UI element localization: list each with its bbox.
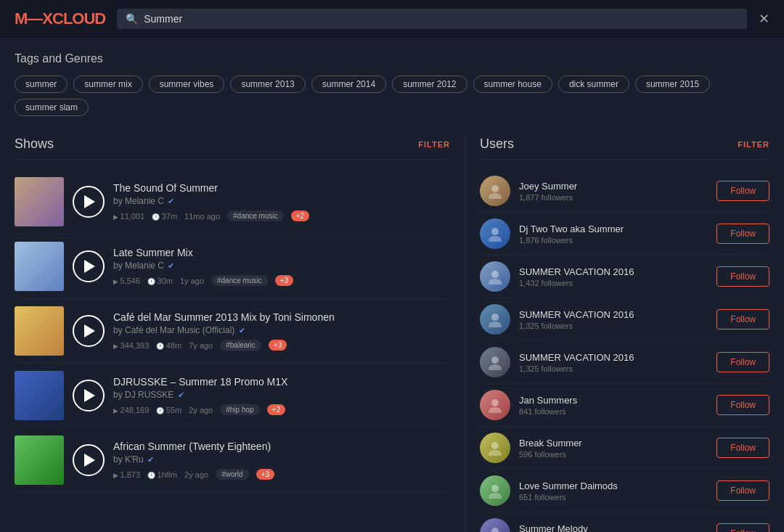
tag-item[interactable]: summer (15, 75, 68, 93)
tag-item[interactable]: summer 2013 (230, 75, 305, 93)
person-icon (487, 183, 503, 199)
play-button[interactable] (73, 250, 105, 282)
svg-point-13 (489, 450, 502, 456)
tag-item[interactable]: summer 2014 (311, 75, 386, 93)
user-item: Love Summer Daimods 651 followers Follow (480, 470, 769, 512)
svg-point-11 (489, 407, 502, 413)
search-bar: 🔍 (117, 9, 747, 29)
svg-point-15 (489, 493, 502, 499)
show-duration: 48m (156, 341, 181, 350)
show-plays: 248,169 (113, 406, 149, 414)
show-title: Late Summer Mix (113, 247, 450, 258)
play-button[interactable] (73, 315, 105, 347)
show-more-tags[interactable]: +3 (256, 469, 274, 480)
play-button[interactable] (73, 186, 105, 218)
tag-item[interactable]: summer 2012 (392, 75, 467, 93)
show-info: The Sound Of Summer by Melanie C ✔ 11,00… (113, 182, 450, 221)
follow-button[interactable]: Follow (716, 395, 769, 415)
play-icon (84, 324, 95, 337)
user-info: SUMMER VACATION 2016 1,432 followers (519, 266, 708, 287)
search-input[interactable] (144, 13, 738, 25)
users-column: Users FILTER Joey Summer 1,877 followers… (465, 136, 769, 532)
shows-filter-button[interactable]: FILTER (418, 140, 450, 149)
svg-point-5 (489, 279, 502, 285)
follow-button[interactable]: Follow (716, 266, 769, 287)
avatar (480, 518, 510, 532)
show-item: Late Summer Mix by Melanie C ✔ 5,546 30m… (15, 234, 450, 299)
show-item: The Sound Of Summer by Melanie C ✔ 11,00… (15, 170, 450, 234)
show-duration: 1h8m (147, 470, 177, 479)
play-icon (84, 454, 95, 467)
show-info: African Summer (Twenty Eighteen) by K'Ru… (113, 441, 450, 480)
svg-point-12 (491, 442, 499, 449)
show-duration: 55m (156, 406, 181, 414)
avatar (480, 176, 510, 206)
show-more-tags[interactable]: +3 (275, 275, 293, 286)
user-item: Break Summer 596 followers Follow (480, 427, 769, 470)
user-name: SUMMER VACATION 2016 (519, 352, 708, 363)
show-time-ago: 11mo ago (184, 212, 220, 221)
avatar (480, 475, 510, 506)
user-item: Summer Melody 491 followers Follow (480, 512, 769, 532)
show-duration: 30m (147, 277, 173, 285)
user-followers: 596 followers (519, 450, 708, 459)
verified-icon: ✔ (168, 261, 174, 270)
show-tag[interactable]: #hip hop (220, 404, 259, 415)
person-icon (487, 269, 503, 285)
show-item: DJRUSSKE – Summer 18 Promo M1X by DJ RUS… (15, 364, 450, 428)
avatar (480, 218, 510, 249)
tag-item[interactable]: summer house (473, 75, 552, 93)
show-thumbnail (15, 306, 64, 356)
follow-button[interactable]: Follow (716, 224, 769, 244)
show-artist: by DJ RUSSKE ✔ (113, 390, 450, 400)
follow-button[interactable]: Follow (716, 181, 769, 201)
show-tag[interactable]: #world (216, 469, 248, 480)
show-title: African Summer (Twenty Eighteen) (113, 441, 450, 452)
follow-button[interactable]: Follow (716, 309, 769, 330)
user-info: Love Summer Daimods 651 followers (519, 480, 708, 502)
users-filter-button[interactable]: FILTER (738, 140, 769, 149)
follow-button[interactable]: Follow (716, 438, 769, 458)
follow-button[interactable]: Follow (716, 523, 769, 532)
user-followers: 651 followers (519, 493, 708, 502)
user-followers: 1,877 followers (519, 193, 708, 202)
show-more-tags[interactable]: +2 (267, 404, 285, 415)
svg-point-9 (489, 364, 502, 370)
show-item: African Summer (Twenty Eighteen) by K'Ru… (15, 428, 450, 493)
show-tag[interactable]: #balearic (220, 340, 261, 351)
play-button[interactable] (73, 444, 105, 476)
follow-button[interactable]: Follow (716, 352, 769, 372)
show-more-tags[interactable]: +3 (269, 340, 287, 351)
user-followers: 1,325 followers (519, 322, 708, 330)
show-title: DJRUSSKE – Summer 18 Promo M1X (113, 376, 450, 388)
close-icon[interactable]: ✕ (759, 11, 769, 27)
avatar (480, 347, 510, 377)
tag-item[interactable]: summer 2015 (635, 75, 710, 93)
show-time-ago: 2y ago (189, 406, 213, 414)
show-info: DJRUSSKE – Summer 18 Promo M1X by DJ RUS… (113, 376, 450, 415)
avatar (480, 433, 510, 463)
user-item: SUMMER VACATION 2016 1,432 followers Fol… (480, 255, 769, 298)
shows-list: The Sound Of Summer by Melanie C ✔ 11,00… (15, 170, 450, 493)
svg-point-2 (491, 228, 499, 235)
user-followers: 1,876 followers (519, 236, 708, 245)
tag-item[interactable]: summer mix (73, 75, 142, 93)
user-info: Joey Summer 1,877 followers (519, 181, 708, 202)
shows-column: Shows FILTER The Sound Of Summer by Mela… (15, 136, 465, 532)
play-icon (84, 195, 95, 208)
tag-item[interactable]: dick summer (558, 75, 629, 93)
play-button[interactable] (73, 380, 105, 412)
tag-item[interactable]: summer vibes (149, 75, 225, 93)
svg-point-14 (491, 485, 499, 492)
person-icon (487, 226, 503, 242)
show-tag[interactable]: #dance music (211, 275, 268, 286)
show-thumbnail (15, 242, 64, 291)
follow-button[interactable]: Follow (716, 480, 769, 501)
user-name: Joey Summer (519, 181, 708, 192)
show-tag[interactable]: #dance music (227, 210, 284, 221)
tag-item[interactable]: summer slam (15, 99, 89, 116)
show-more-tags[interactable]: +2 (291, 210, 309, 221)
show-artist: by Café del Mar Music (Official) ✔ (113, 325, 450, 335)
avatar (480, 261, 510, 292)
verified-icon: ✔ (168, 197, 174, 205)
